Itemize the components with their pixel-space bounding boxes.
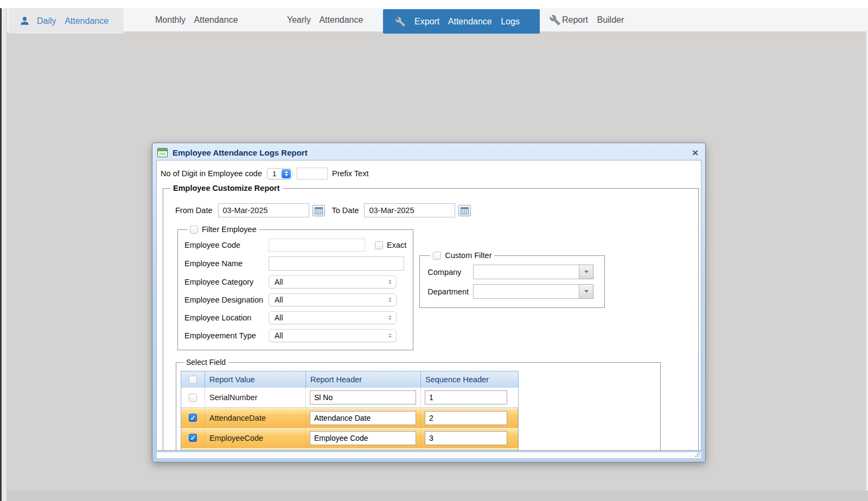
employee-code-input[interactable] — [269, 239, 365, 252]
custom-filter-checkbox[interactable] — [433, 252, 441, 260]
from-date-calendar-button[interactable] — [312, 205, 325, 216]
report-value-cell: AttendanceDate — [205, 408, 306, 427]
company-input[interactable] — [473, 265, 579, 279]
close-icon[interactable]: × — [692, 147, 698, 158]
user-icon — [20, 16, 30, 26]
custom-filter-legend: Custom Filter — [430, 251, 494, 260]
row-checkbox[interactable] — [189, 394, 197, 402]
sequence-header-input[interactable] — [425, 411, 507, 425]
exact-checkbox[interactable] — [375, 241, 383, 249]
tab-monthly-attendance[interactable]: Monthly Attendance — [137, 8, 238, 31]
resize-grip-icon[interactable] — [695, 452, 700, 457]
dialog-statusbar — [156, 452, 701, 459]
tab-export-attendance-logs[interactable]: Export Attendance Logs — [383, 9, 540, 34]
to-date-input[interactable] — [364, 203, 455, 217]
exact-label: Exact — [387, 241, 406, 249]
employee-location-label: Employee Location — [184, 313, 269, 322]
tab-label: Report Builder — [562, 15, 624, 25]
custom-filter-fieldset: Custom Filter Company Department — [419, 251, 605, 308]
tab-label: Export Attendance Logs — [414, 17, 520, 27]
company-combobox — [473, 265, 593, 279]
department-label: Department — [427, 287, 473, 296]
column-header-report-header: Report Header — [306, 371, 421, 388]
digit-count-select[interactable]: 1 — [267, 168, 292, 179]
chevron-up-down-icon — [388, 298, 392, 302]
prefix-text-input[interactable] — [297, 168, 328, 179]
tab-label: Yearly Attendance — [287, 15, 363, 25]
to-date-calendar-button[interactable] — [458, 205, 471, 216]
from-date-input[interactable] — [218, 203, 309, 217]
table-row: SerialNumber — [181, 388, 518, 408]
calendar-icon — [315, 207, 323, 214]
dialog-titlebar[interactable]: Employee Attendance Logs Report × — [156, 145, 701, 160]
employee-name-label: Employee Name — [184, 259, 269, 268]
employee-designation-select[interactable]: All — [269, 293, 397, 306]
window-left-gutter — [2, 8, 7, 501]
grid-2x2-icon — [137, 15, 146, 24]
row-checkbox[interactable] — [189, 414, 197, 422]
report-value-cell: SerialNumber — [205, 388, 306, 407]
report-header-input[interactable] — [310, 411, 416, 425]
table-row: AttendanceDate — [181, 408, 518, 428]
table-header-row: Report Value Report Header Sequence Head… — [181, 371, 518, 388]
to-date-label: To Date — [332, 206, 359, 215]
sequence-header-input[interactable] — [425, 390, 507, 404]
calendar-icon — [461, 207, 469, 214]
employment-type-label: Employeement Type — [184, 331, 269, 340]
company-label: Company — [427, 268, 473, 277]
select-field-fieldset: Select Field Report Value Report Header … — [176, 358, 661, 451]
select-all-checkbox[interactable] — [189, 376, 197, 384]
from-date-label: From Date — [175, 206, 213, 215]
column-header-report-value: Report Value — [205, 371, 306, 388]
report-header-input[interactable] — [310, 390, 416, 404]
chevron-down-icon — [584, 271, 589, 273]
employee-name-input[interactable] — [269, 256, 404, 271]
tab-label: Monthly Attendance — [155, 15, 238, 25]
date-row: From Date To Date — [175, 203, 694, 217]
table-row: EmployeeName — [181, 448, 518, 451]
department-combobox — [473, 284, 593, 299]
digit-label: No of Digit in Employee code — [161, 169, 262, 178]
chevron-up-down-icon — [388, 280, 392, 284]
employee-code-label: Employee Code — [184, 241, 269, 249]
column-header-sequence-header: Sequence Header — [421, 371, 518, 388]
tab-label: Daily Attendance — [37, 16, 108, 26]
employee-category-select[interactable]: All — [269, 275, 397, 288]
employee-category-label: Employee Category — [184, 278, 269, 286]
tab-daily-attendance[interactable]: Daily Attendance — [9, 8, 124, 34]
dialog-content: No of Digit in Employee code 1 Prefix Te… — [156, 160, 701, 451]
table-row: EmployeeCode — [181, 428, 518, 448]
filter-employee-fieldset: Filter Employee Employee Code Exact Empl… — [177, 225, 413, 350]
select-field-table: Report Value Report Header Sequence Head… — [181, 371, 519, 451]
prefix-text-label: Prefix Text — [332, 169, 368, 178]
employee-customize-report-fieldset: Employee Customize Report From Date To D… — [163, 184, 699, 451]
row-checkbox[interactable] — [189, 434, 197, 442]
tab-yearly-attendance[interactable]: Yearly Attendance — [269, 8, 363, 31]
sequence-header-input[interactable] — [425, 431, 507, 445]
wrench-icon — [395, 16, 406, 27]
company-dropdown-button[interactable] — [579, 265, 593, 279]
tab-report-builder[interactable]: Report Builder — [550, 8, 624, 31]
customize-legend: Employee Customize Report — [170, 184, 283, 192]
stepper-icon — [282, 169, 291, 178]
employee-location-row: Employee Location All — [184, 311, 406, 324]
chevron-up-down-icon — [388, 333, 392, 338]
wrench-icon — [550, 15, 560, 25]
company-row: Company — [427, 265, 597, 279]
filter-employee-checkbox[interactable] — [190, 226, 198, 234]
employee-designation-row: Employee Designation All — [184, 293, 406, 306]
report-header-input[interactable] — [310, 431, 416, 445]
employee-designation-label: Employee Designation — [184, 296, 269, 304]
window-bottom-band — [7, 491, 868, 501]
department-dropdown-button[interactable] — [579, 284, 593, 299]
employee-name-row: Employee Name — [184, 256, 406, 271]
employee-location-select[interactable]: All — [269, 311, 397, 324]
chevron-up-down-icon — [388, 316, 392, 320]
employee-code-row: Employee Code Exact — [184, 239, 406, 252]
main-navbar: Daily Attendance Monthly Attendance Year… — [7, 8, 868, 31]
top-white-strip — [0, 0, 868, 8]
department-input[interactable] — [473, 284, 579, 299]
employee-attendance-logs-report-dialog: Employee Attendance Logs Report × No of … — [152, 143, 706, 463]
chevron-down-icon — [584, 290, 589, 293]
employment-type-select[interactable]: All — [269, 329, 397, 342]
